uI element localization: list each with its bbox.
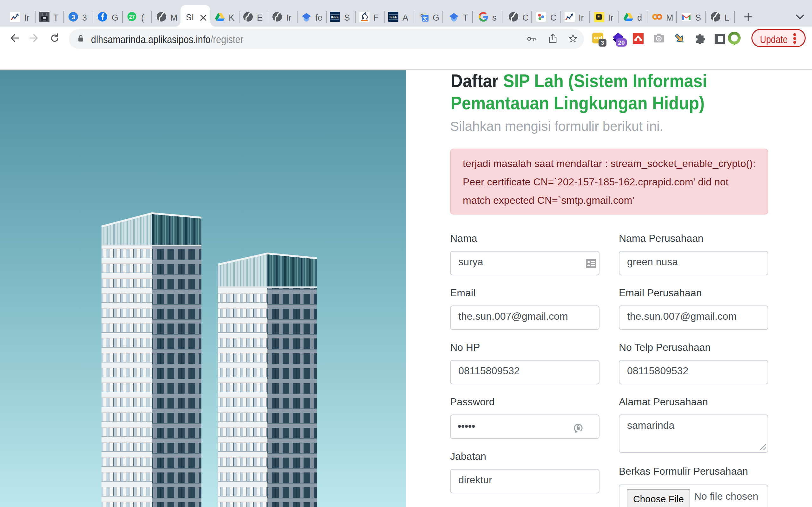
svg-text:3: 3 (601, 40, 604, 46)
svg-text:20: 20 (618, 39, 624, 46)
